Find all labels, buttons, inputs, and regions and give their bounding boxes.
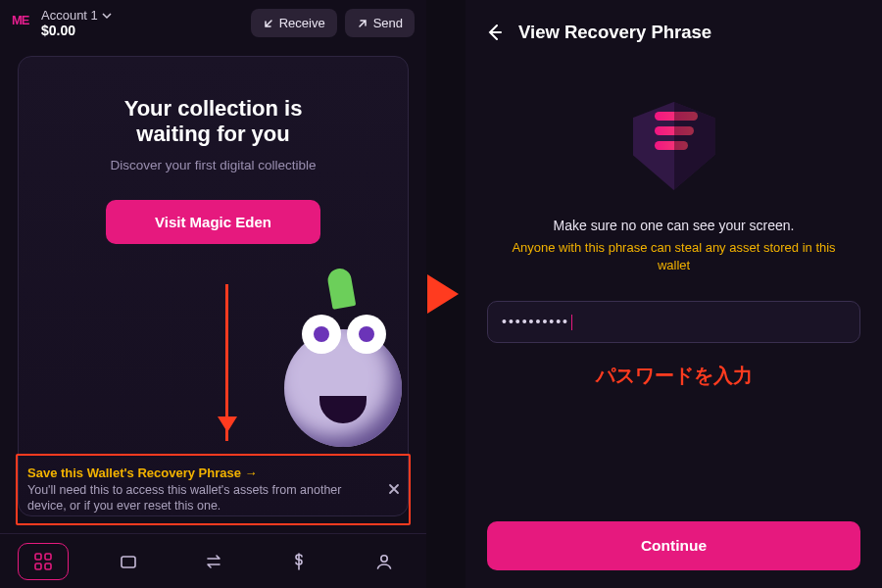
- balance-value: $0.00: [41, 23, 112, 38]
- password-value: ••••••••••: [502, 314, 569, 329]
- tab-swap[interactable]: [188, 543, 239, 580]
- shield-illustration: [466, 102, 882, 190]
- send-button[interactable]: Send: [345, 9, 415, 37]
- chevron-down-icon: [102, 11, 112, 21]
- swap-icon: [204, 552, 223, 571]
- close-icon: [387, 482, 401, 496]
- svg-rect-1: [45, 554, 51, 560]
- wallet-home-screen: ME Account 1 $0.00 Receive Send Your col…: [0, 0, 426, 588]
- header-bar: ME Account 1 $0.00 Receive Send: [0, 0, 426, 46]
- svg-rect-0: [35, 554, 41, 560]
- banner-close-button[interactable]: [387, 482, 401, 496]
- text-cursor: [571, 315, 572, 330]
- svg-rect-4: [122, 557, 135, 567]
- svg-rect-2: [35, 564, 41, 569]
- account-name: Account 1: [41, 8, 98, 23]
- annotation-enter-password: パスワードを入力: [466, 363, 882, 389]
- account-switcher[interactable]: Account 1: [41, 8, 112, 23]
- screen-header: View Recovery Phrase: [466, 0, 882, 43]
- back-button[interactable]: [483, 22, 505, 43]
- svg-point-5: [380, 555, 386, 561]
- banner-description: You'll need this to access this wallet's…: [27, 482, 375, 514]
- recovery-phrase-screen: View Recovery Phrase Make sure no one ca…: [466, 0, 882, 588]
- shield-icon: [633, 102, 715, 190]
- hero-subtitle: Discover your first digital collectible: [19, 158, 408, 172]
- app-logo: ME: [12, 13, 33, 34]
- grid-icon: [33, 552, 53, 571]
- send-label: Send: [373, 16, 403, 30]
- mascot-illustration: [245, 280, 402, 447]
- receive-button[interactable]: Receive: [251, 9, 337, 37]
- arrow-down-left-icon: [263, 18, 274, 29]
- banner-title: Save this Wallet's Recovery Phrase →: [27, 466, 375, 480]
- collection-hero-card: Your collection is waiting for you Disco…: [18, 56, 409, 516]
- arrow-up-right-icon: [357, 18, 368, 29]
- receive-label: Receive: [279, 16, 325, 30]
- svg-rect-3: [45, 564, 51, 569]
- tab-profile[interactable]: [359, 543, 410, 580]
- tab-collectibles[interactable]: [18, 543, 69, 580]
- screen-title: View Recovery Phrase: [518, 22, 711, 43]
- annotation-arrow-down: [225, 284, 228, 441]
- visit-magic-eden-button[interactable]: Visit Magic Eden: [106, 200, 320, 244]
- hero-title: Your collection is waiting for you: [19, 96, 408, 148]
- password-input[interactable]: ••••••••••: [487, 301, 860, 343]
- hero-title-line1: Your collection is: [124, 96, 303, 121]
- account-block[interactable]: Account 1 $0.00: [41, 8, 112, 38]
- arrow-left-icon: [483, 22, 505, 43]
- tab-wallet[interactable]: [103, 543, 154, 580]
- tab-activity[interactable]: [273, 543, 324, 580]
- privacy-warning-secondary: Anyone with this phrase can steal any as…: [466, 239, 882, 273]
- hero-title-line2: waiting for you: [136, 122, 289, 146]
- continue-button[interactable]: Continue: [487, 521, 860, 570]
- person-icon: [374, 552, 394, 571]
- wallet-icon: [119, 552, 138, 571]
- bottom-tab-bar: [0, 533, 426, 588]
- recovery-phrase-banner[interactable]: Save this Wallet's Recovery Phrase → You…: [16, 454, 411, 526]
- privacy-warning-primary: Make sure no one can see your screen.: [466, 218, 882, 233]
- dollar-icon: [290, 552, 308, 571]
